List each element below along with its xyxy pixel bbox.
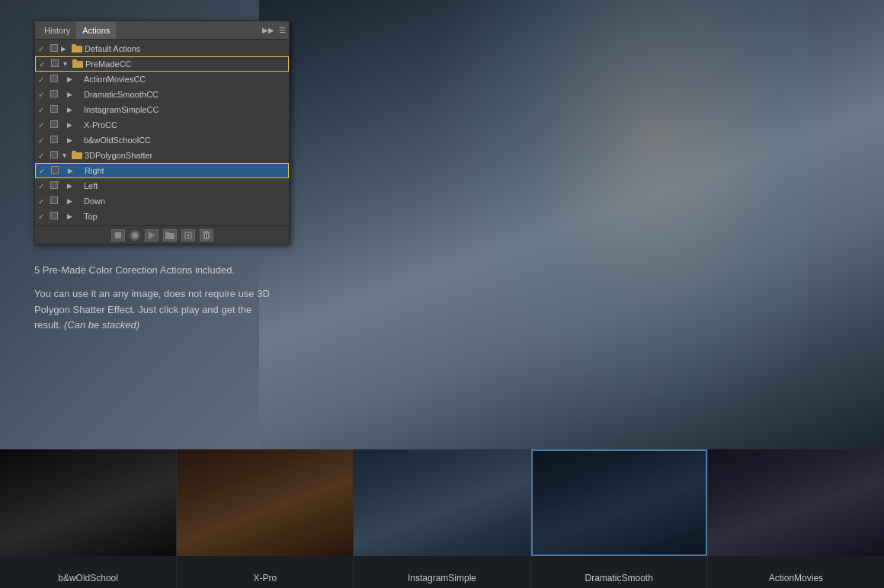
new-action-button[interactable]	[181, 229, 195, 241]
expand-left[interactable]: ▶	[67, 182, 78, 190]
modal-down	[50, 197, 61, 206]
modal-left	[50, 181, 61, 190]
forward-icon[interactable]: ▶▶	[262, 26, 274, 34]
thumb-label-bwoldschool: b&wOldSchool	[0, 570, 176, 588]
svg-rect-0	[72, 46, 82, 53]
action-row-top[interactable]: ✓ ▶ Top	[35, 209, 289, 224]
action-row-instagramsimplecc[interactable]: ✓ ▶ InstagramSimpleCC	[35, 102, 289, 117]
check-down: ✓	[38, 197, 50, 206]
action-name-top: Top	[84, 212, 286, 221]
expand-bwoldschoolcc[interactable]: ▶	[67, 136, 78, 144]
folder-icon-premadecc	[72, 59, 83, 69]
actions-panel: History Actions ▶▶ ☰ ✓ ▶ Default Actions…	[34, 21, 290, 244]
modal-default	[50, 44, 61, 53]
check-right: ✓	[39, 167, 51, 175]
svg-point-7	[132, 232, 138, 238]
svg-rect-3	[72, 59, 77, 62]
expand-premadecc[interactable]: ▼	[62, 60, 72, 68]
modal-premadecc	[51, 59, 62, 69]
new-folder-button[interactable]	[163, 229, 177, 241]
action-name-xprocc: X-ProCC	[84, 120, 286, 129]
record-button[interactable]	[130, 230, 140, 241]
modal-dramaticsmoothcc	[50, 90, 61, 99]
thumb-instagramsimple[interactable]: InstagramSimple	[354, 449, 530, 588]
action-name-actionmoviescc: ActionMoviesCC	[84, 75, 286, 84]
expand-xprocc[interactable]: ▶	[67, 121, 78, 129]
folder-icon-3dpolygon	[72, 150, 82, 161]
svg-rect-2	[72, 61, 83, 68]
action-row-down[interactable]: ✓ ▶ Down	[35, 193, 289, 209]
thumb-label-instagramsimple: InstagramSimple	[354, 570, 530, 588]
svg-rect-5	[72, 151, 76, 153]
action-name-instagramsimplecc: InstagramSimpleCC	[84, 105, 286, 114]
thumb-preview-instagram	[354, 449, 530, 556]
expand-down[interactable]: ▶	[67, 197, 78, 205]
thumbnails-row: b&wOldSchool X-Pro InstagramSimple Drama…	[0, 449, 884, 588]
expand-dramaticsmoothcc[interactable]: ▶	[67, 91, 78, 98]
stop-button[interactable]	[111, 229, 125, 241]
delete-button[interactable]	[200, 229, 213, 241]
check-dramaticsmoothcc: ✓	[38, 91, 50, 99]
thumb-img-dramatic	[531, 449, 707, 570]
expand-3dpolygon[interactable]: ▼	[61, 152, 72, 159]
thumb-dramaticsmooth[interactable]: DramaticSmooth	[531, 449, 708, 588]
action-name-bwoldschoolcc: b&wOldSchoolCC	[84, 136, 286, 145]
panel-footer	[35, 225, 289, 244]
menu-icon[interactable]: ☰	[279, 26, 286, 34]
action-row-dramaticsmoothcc[interactable]: ✓ ▶ DramaticSmoothCC	[35, 87, 289, 102]
expand-instagramsimplecc[interactable]: ▶	[67, 106, 78, 113]
expand-default[interactable]: ▶	[61, 45, 72, 53]
modal-xprocc	[50, 120, 61, 129]
action-row-xprocc[interactable]: ✓ ▶ X-ProCC	[35, 117, 289, 133]
action-row-left[interactable]: ✓ ▶ Left	[35, 178, 289, 193]
woman-silhouette	[427, 0, 808, 449]
thumb-preview-bwoldschool	[0, 449, 176, 556]
check-top: ✓	[38, 213, 50, 221]
description-line1: 5 Pre-Made Color Corection Actions inclu…	[34, 263, 271, 279]
svg-rect-14	[203, 232, 210, 239]
thumb-img-bwoldschool	[0, 449, 176, 570]
description-line2: You can use it an any image, does not re…	[34, 286, 271, 334]
action-row-default-actions[interactable]: ✓ ▶ Default Actions	[35, 41, 289, 56]
svg-rect-9	[165, 233, 175, 239]
thumb-bwoldschool[interactable]: b&wOldSchool	[0, 449, 177, 588]
thumb-actionmovies[interactable]: ActionMovies	[708, 449, 884, 588]
svg-rect-1	[72, 44, 76, 46]
tab-history[interactable]: History	[38, 21, 76, 39]
panel-body: ✓ ▶ Default Actions ✓ ▼ PreMadeCC ✓ ▶ Ac…	[35, 40, 289, 225]
check-3dpolygon: ✓	[38, 152, 50, 160]
thumb-label-xpro: X-Pro	[177, 570, 353, 588]
action-name-premadecc: PreMadeCC	[85, 59, 285, 69]
thumb-preview-xpro	[177, 449, 353, 556]
action-name-left: Left	[84, 181, 286, 190]
thumb-img-xpro	[177, 449, 353, 570]
modal-right	[51, 166, 62, 175]
action-row-3dpolygonshatter[interactable]: ✓ ▼ 3DPolygonShatter	[35, 148, 289, 163]
play-button[interactable]	[145, 229, 159, 241]
svg-rect-18	[207, 234, 208, 238]
svg-rect-17	[205, 234, 206, 238]
action-row-actionmoviescc[interactable]: ✓ ▶ ActionMoviesCC	[35, 72, 289, 87]
thumb-preview-actionmovies	[708, 449, 884, 556]
expand-right[interactable]: ▶	[68, 167, 78, 174]
modal-actionmoviescc	[50, 75, 61, 84]
tab-actions[interactable]: Actions	[76, 21, 116, 39]
expand-actionmoviescc[interactable]: ▶	[67, 75, 78, 83]
action-name-default: Default Actions	[85, 44, 286, 53]
bottom-strip: b&wOldSchool X-Pro InstagramSimple Drama…	[0, 449, 884, 588]
check-actionmoviescc: ✓	[38, 75, 50, 84]
check-xprocc: ✓	[38, 121, 50, 129]
action-name-down: Down	[84, 197, 286, 206]
action-row-right[interactable]: ✓ ▶ Right	[35, 163, 289, 178]
folder-icon-default	[72, 43, 82, 54]
thumb-xpro[interactable]: X-Pro	[177, 449, 354, 588]
action-row-premadecc[interactable]: ✓ ▼ PreMadeCC	[35, 56, 289, 72]
expand-top[interactable]: ▶	[67, 213, 78, 220]
action-name-3dpolygon: 3DPolygonShatter	[85, 151, 286, 160]
action-row-bwoldschoolcc[interactable]: ✓ ▶ b&wOldSchoolCC	[35, 133, 289, 148]
check-instagramsimplecc: ✓	[38, 106, 50, 114]
check-premadecc: ✓	[39, 60, 51, 69]
svg-rect-10	[165, 232, 169, 234]
modal-3dpolygon	[50, 151, 61, 160]
panel-tab-icons: ▶▶ ☰	[262, 26, 286, 34]
